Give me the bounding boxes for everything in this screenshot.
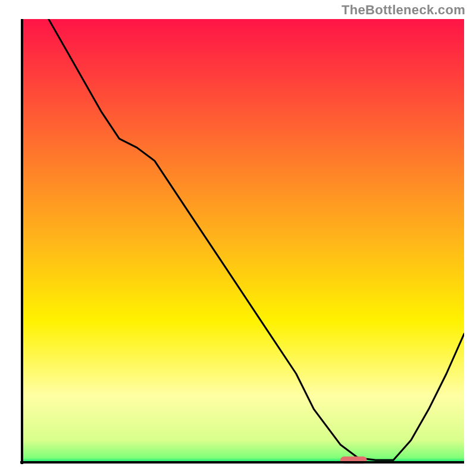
bottleneck-chart (20, 19, 464, 464)
watermark-text: TheBottleneck.com (342, 2, 465, 18)
chart-background (22, 19, 464, 462)
